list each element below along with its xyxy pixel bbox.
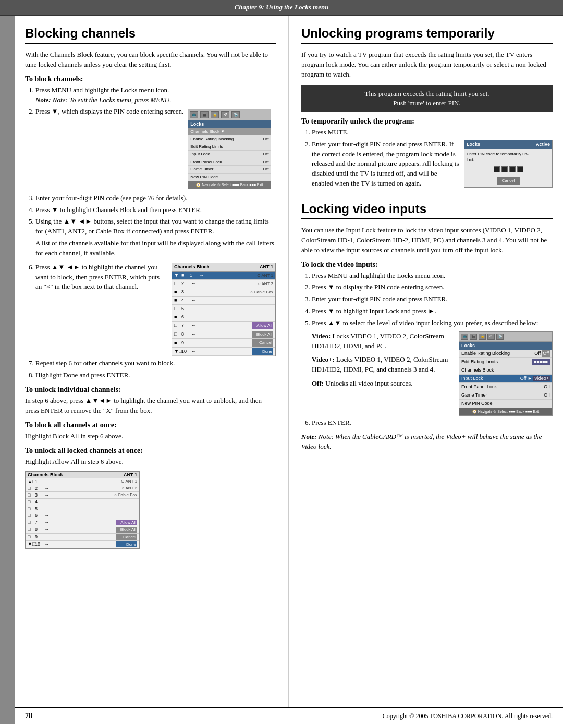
la-dots bbox=[467, 166, 550, 172]
ch-bot-row-6: □ 6 -- bbox=[26, 512, 139, 519]
ch-bot-row-2: □ 2 -- ○ ANT 2 bbox=[26, 485, 139, 492]
channels-block-table-top: Channels BlockANT 1 ▼ ■1 -- ⊙ ANT 1 bbox=[172, 263, 276, 357]
ch-row-8: □ 8 -- Block All bbox=[172, 330, 275, 339]
lock-step-4: Press ▼ to highlight Input Lock and pres… bbox=[312, 306, 553, 316]
ch-bot-row-4: □ 4 -- bbox=[26, 499, 139, 505]
locks-menu-icons: 📺 🎬 🔒 ⏱ 📡 bbox=[188, 109, 271, 120]
page-number: 78 bbox=[25, 712, 32, 720]
lml-row-edit: Edit Rating Limits■■■■■ bbox=[459, 358, 552, 366]
locks-menu-nav: 🧭 Navigate ⊙ Select ■■■ Back ■■■ Exit bbox=[188, 181, 271, 189]
ch-bot-row-7: □ 7 -- Allow All bbox=[26, 519, 139, 526]
lock-step-6: Press ENTER. bbox=[312, 418, 553, 428]
la-message: Enter PIN code to temporarily un-lock. bbox=[467, 151, 550, 163]
lml-icon-4: ⏱ bbox=[487, 334, 495, 340]
channels-block-table-bottom-container: Channels BlockANT 1 ▲□ 1 -- ⊙ ANT 1 □ 2 … bbox=[25, 471, 276, 549]
unlocking-programs-title: Unlocking programs temporarily bbox=[301, 26, 553, 44]
ch-row-6: ■ 6 -- bbox=[172, 313, 275, 322]
la-dot-2 bbox=[501, 166, 508, 172]
ch-row-3: ■ 3 -- ○ Cable Box bbox=[172, 288, 275, 297]
lml-title: Locks bbox=[459, 342, 552, 350]
chapter-header: Chapter 9: Using the Locks menu bbox=[0, 0, 563, 16]
to-block-heading: To block channels: bbox=[25, 75, 276, 83]
alert-line1: This program exceeds the rating limit yo… bbox=[308, 89, 546, 98]
to-lock-heading: To lock the video inputs: bbox=[301, 261, 553, 269]
lock-steps-list: Press MENU and highlight the Locks menu … bbox=[312, 271, 553, 428]
lml-row-game: Game TimerOff bbox=[459, 391, 552, 400]
lml-icons: 📺 🎬 🔒 ⏱ 📡 bbox=[459, 332, 552, 342]
lml-icon-3: 🔒 bbox=[479, 334, 486, 340]
lml-row-pin2: New PIN Code bbox=[459, 400, 552, 408]
to-unlock-all-text: Highlight Allow All in step 6 above. bbox=[25, 457, 276, 467]
menu-icon-1: 📺 bbox=[190, 111, 198, 118]
lml-row-enable: Enable Rating BlockingOffOff bbox=[459, 350, 552, 358]
lml-icon-2: 🎬 bbox=[470, 334, 477, 340]
channels-table-header: Channels BlockANT 1 bbox=[172, 263, 275, 272]
block-step-1: Press MENU and highlight the Locks menu … bbox=[35, 85, 276, 105]
lml-nav: 🧭 Navigate ⊙ Select ■■■ Back ■■■ Exit bbox=[459, 408, 552, 415]
la-title-bar: LocksActive bbox=[464, 140, 552, 149]
blocking-channels-title: Blocking channels bbox=[25, 26, 276, 44]
locks-row-edit: Edit Rating Limits bbox=[188, 143, 271, 151]
block-steps-list: Press MENU and highlight the Locks menu … bbox=[35, 85, 276, 380]
ch-bot-row-8: □ 8 -- Block All bbox=[26, 526, 139, 534]
locks-section-channels: Channels Block ▼ bbox=[188, 128, 271, 135]
program-alert-box: This program exceeds the rating limit yo… bbox=[301, 85, 553, 112]
right-column: Unlocking programs temporarily If you tr… bbox=[289, 16, 563, 707]
block-step-4: Press ▼ to highlight Channels Block and … bbox=[35, 205, 276, 215]
locks-row-enable: Enable Rating BlockingOff bbox=[188, 135, 271, 143]
locks-row-front: Front Panel LockOff bbox=[188, 158, 271, 166]
locks-active-screenshot: LocksActive Enter PIN code to temporaril… bbox=[464, 140, 553, 188]
left-column: Blocking channels With the Channels Bloc… bbox=[15, 16, 289, 707]
to-unlock-program-heading: To temporarily unlock the program: bbox=[301, 117, 553, 126]
locks-row-game: Game TimerOff bbox=[188, 166, 271, 174]
ch-bot-row-5: □ 5 -- bbox=[26, 505, 139, 512]
unlocking-intro: If you try to watch a TV program that ex… bbox=[301, 50, 553, 80]
videoplus-label: Video+: bbox=[312, 355, 335, 363]
locks-menu-large-screenshot: 📺 🎬 🔒 ⏱ 📡 Locks Enable Rating BlockingOf… bbox=[459, 331, 553, 416]
lml-row-channels: Channels Block bbox=[459, 366, 552, 375]
to-unlock-all-heading: To unlock all locked channels at once: bbox=[25, 447, 276, 455]
locks-menu-title: Locks bbox=[188, 120, 271, 128]
ch-row-10: ▼□ 10 -- Done bbox=[172, 348, 275, 356]
locks-row-pin: New PIN Code bbox=[188, 174, 271, 181]
channels-table-bottom-header: Channels BlockANT 1 bbox=[26, 472, 139, 478]
la-cancel-btn: Cancel bbox=[497, 177, 520, 185]
menu-icon-2: 🎬 bbox=[200, 111, 209, 118]
block-step-2: Press ▼, which displays the PIN code ent… bbox=[35, 107, 276, 191]
la-body: Enter PIN code to temporarily un-lock. bbox=[464, 149, 552, 187]
la-dot-1 bbox=[494, 166, 500, 172]
ch-row-4: ■ 4 -- bbox=[172, 297, 275, 305]
lml-row-front: Front Panel LockOff bbox=[459, 383, 552, 391]
lml-icon-1: 📺 bbox=[461, 334, 468, 340]
unlock-steps-list: Press MUTE. Enter your four-digit PIN co… bbox=[312, 128, 553, 189]
off-text: Unlocks all video input sources. bbox=[325, 379, 412, 387]
ch-row-1: ▼ ■1 -- ⊙ ANT 1 bbox=[172, 272, 275, 280]
copyright-text: Copyright © 2005 TOSHIBA CORPORATION. Al… bbox=[383, 712, 553, 720]
locking-video-title: Locking video inputs bbox=[301, 202, 553, 219]
lock-step-1: Press MENU and highlight the Locks menu … bbox=[312, 271, 553, 281]
locks-row-input: Input LockOff bbox=[188, 151, 271, 158]
video-label: Video: bbox=[312, 332, 331, 340]
page-footer: 78 Copyright © 2005 TOSHIBA CORPORATION.… bbox=[15, 707, 563, 724]
locking-video-intro: You can use the Input Lock feature to lo… bbox=[301, 226, 553, 255]
block-step-8: Highlight Done and press ENTER. bbox=[35, 371, 276, 380]
to-block-all-text: Highlight Block All in step 6 above. bbox=[25, 431, 276, 441]
block-step-3: Enter your four-digit PIN code (see page… bbox=[35, 193, 276, 203]
ch-bot-row-3: □ 3 -- ○ Cable Box bbox=[26, 492, 139, 499]
channels-table-bottom: Channels BlockANT 1 ▲□ 1 -- ⊙ ANT 1 □ 2 … bbox=[25, 471, 140, 549]
block-step-7: Repeat step 6 for other channels you wan… bbox=[35, 359, 276, 368]
chapter-title: Chapter 9: Using the Locks menu bbox=[235, 3, 329, 11]
lock-step-2: Press ▼ to display the PIN code entering… bbox=[312, 282, 553, 292]
ch-row-2: □ 2 -- ○ ANT 2 bbox=[172, 280, 275, 288]
to-unlock-individual-text: In step 6 above, press ▲▼◄► to highlight… bbox=[25, 396, 276, 416]
step6-text: Press ▲▼ ◄► to highlight the channel you… bbox=[35, 263, 160, 291]
alert-line2: Push 'mute' to enter PIN. bbox=[308, 98, 546, 108]
left-binding-strip bbox=[0, 16, 15, 724]
menu-icon-4: ⏱ bbox=[221, 111, 229, 118]
blocking-intro: With the Channels Block feature, you can… bbox=[25, 50, 276, 70]
lock-step-5: Press ▲▼ to select the level of video in… bbox=[312, 318, 553, 416]
la-dot-3 bbox=[509, 166, 516, 172]
lock-step-3: Enter your four-digit PIN code and press… bbox=[312, 294, 553, 304]
lml-icon-5: 📡 bbox=[496, 334, 504, 340]
block-step-6: Press ▲▼ ◄► to highlight the channel you… bbox=[35, 263, 276, 357]
